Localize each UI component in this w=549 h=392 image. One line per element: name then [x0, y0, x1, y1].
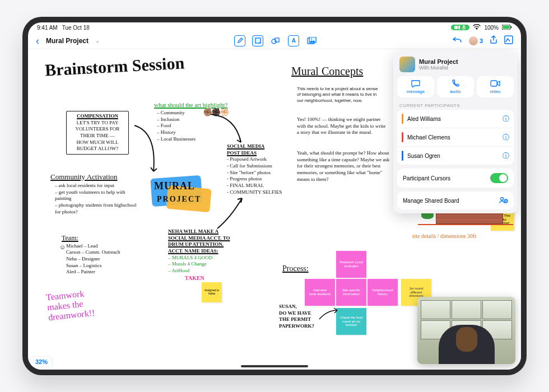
- battery-pct: 100%: [484, 25, 499, 31]
- svg-rect-4: [511, 26, 512, 28]
- freeform-canvas[interactable]: Brainstorm Session Mural Concepts COMPEN…: [28, 49, 521, 370]
- teamwork-note: Teamwork makes the dreamwork!!: [45, 288, 95, 323]
- activation-heading: Community Activation: [50, 172, 118, 181]
- participant-row[interactable]: Michael Clemensⓘ: [397, 128, 514, 147]
- video-icon: [490, 80, 500, 87]
- status-date: Tue Oct 18: [62, 25, 90, 31]
- info-icon[interactable]: ⓘ: [503, 133, 509, 142]
- activation-body: – ask local residents for input – get yo…: [55, 183, 139, 215]
- avatar-icon: [469, 36, 478, 45]
- sticky-research[interactable]: Research Local ecologies: [336, 251, 366, 278]
- tool-shape-button[interactable]: [270, 35, 281, 46]
- manage-icon: [499, 196, 508, 205]
- back-button[interactable]: ‹: [36, 36, 39, 46]
- site-note: site details / dimensions 30ft: [412, 233, 476, 239]
- tool-text-button[interactable]: A: [288, 35, 299, 46]
- message-icon: [411, 80, 421, 87]
- svg-rect-1: [463, 25, 465, 28]
- heading-concepts: Mural Concepts: [291, 65, 363, 78]
- board-title[interactable]: Mural Project: [46, 37, 89, 45]
- screen: 9:41 AM Tue Oct 18 100% ‹ Mural Project …: [28, 22, 521, 370]
- wifi-icon: [473, 24, 481, 31]
- battery-icon: [502, 25, 512, 31]
- cursors-toggle[interactable]: [490, 173, 508, 183]
- social-block: SOCIAL MEDIA POST IDEAS - Proposed Artwo…: [227, 143, 286, 196]
- share-message-button[interactable]: message: [397, 76, 434, 97]
- undo-button[interactable]: [452, 36, 462, 46]
- svg-point-6: [272, 39, 276, 44]
- collaborators-button[interactable]: 3: [469, 36, 483, 45]
- highlight-list: – Community – Inclusion – Food – History…: [157, 110, 196, 142]
- process-heading: Process:: [282, 264, 309, 273]
- svg-rect-0: [454, 26, 458, 29]
- participants-list: Aled Williamsⓘ Michael Clemensⓘ Susan Og…: [397, 110, 514, 165]
- facetime-status-pill[interactable]: [451, 25, 469, 30]
- status-bar: 9:41 AM Tue Oct 18 100%: [28, 22, 521, 32]
- info-icon[interactable]: ⓘ: [503, 114, 509, 124]
- svg-rect-12: [491, 81, 497, 86]
- board-icon: [399, 57, 415, 72]
- compensation-title: COMPENSATION: [77, 113, 118, 119]
- compensation-body: LET'S TRY TO PAY VOLUNTEERS FOR THEIR TI…: [76, 120, 120, 152]
- compensation-box: COMPENSATION LET'S TRY TO PAY VOLUNTEERS…: [66, 111, 129, 155]
- ipad-frame: 9:41 AM Tue Oct 18 100% ‹ Mural Project …: [22, 17, 527, 375]
- info-icon[interactable]: ⓘ: [503, 151, 509, 161]
- sticky-sitespec[interactable]: Site specific information: [336, 279, 366, 306]
- sticky-interview[interactable]: Interview local residents: [305, 279, 335, 306]
- share-subtitle: With Muralist: [419, 65, 458, 71]
- neha-block: NEHA WILL MAKE A SOCIAL MEDIA ACCT. TO D…: [168, 228, 252, 282]
- new-board-button[interactable]: [504, 35, 513, 46]
- participant-row[interactable]: Susan Ogrenⓘ: [397, 147, 514, 165]
- participant-row[interactable]: Aled Williamsⓘ: [397, 110, 514, 128]
- phone-icon: [450, 80, 460, 87]
- sticky-permit[interactable]: Check the final mural art on location: [336, 308, 366, 335]
- share-audio-button[interactable]: audio: [437, 76, 474, 97]
- tool-pen-button[interactable]: [234, 35, 245, 46]
- participant-cursors-row[interactable]: Participant Cursors: [397, 169, 514, 188]
- svg-rect-3: [503, 25, 510, 29]
- smiley-icon: ☺: [59, 243, 66, 251]
- facetime-pip[interactable]: [417, 297, 515, 364]
- title-chevron-icon[interactable]: ⌄: [95, 38, 100, 44]
- share-button[interactable]: [490, 35, 497, 46]
- home-indicator[interactable]: [241, 365, 308, 367]
- sticky-neighb[interactable]: Neighborhood history: [367, 279, 398, 306]
- concepts-question: Yeah, what should the prompt be? How abo…: [297, 150, 392, 183]
- team-block: Team: Michael – Lead Carson – Comm. Outr…: [62, 234, 157, 276]
- share-video-button[interactable]: video: [477, 76, 514, 97]
- susan-note: SUSAN, DO WE HAVE THE PERMIT PAPERWORK?: [279, 304, 329, 330]
- concepts-response: Yes! 100%! — thinking we might partner w…: [297, 116, 387, 136]
- tool-media-button[interactable]: [306, 35, 317, 46]
- collab-count: 3: [480, 38, 483, 44]
- share-popover: Mural Project With Muralist message audi…: [393, 52, 518, 213]
- concepts-intro-text: This needs to be a project about a sense…: [297, 86, 381, 104]
- zoom-level[interactable]: 32%: [30, 356, 53, 367]
- status-time: 9:41 AM: [37, 25, 58, 31]
- tool-sticky-button[interactable]: [252, 35, 263, 46]
- heading-brainstorm: Brainstorm Session: [44, 54, 185, 80]
- sticky-assigned[interactable]: Assigned to Neha: [202, 282, 222, 302]
- toolbar: ‹ Mural Project ⌄ A 3: [28, 32, 521, 49]
- share-title: Mural Project: [419, 58, 458, 65]
- svg-point-10: [311, 38, 312, 39]
- svg-point-13: [501, 198, 504, 200]
- fist-emojis: ✊🏽✊🏿✊🏻: [203, 108, 228, 116]
- manage-board-row[interactable]: Manage Shared Board: [397, 192, 514, 209]
- participants-header: CURRENT PARTICIPANTS: [397, 101, 514, 110]
- mural-logo-sketch: MURAL PROJECT: [146, 172, 218, 217]
